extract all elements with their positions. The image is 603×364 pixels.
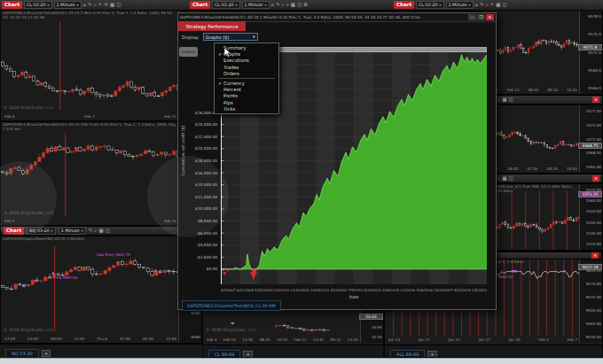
zoom-icon[interactable]: ⌕	[94, 227, 97, 235]
chart-panel-right-2[interactable]: 10:5016:0007:4509:3514:00 3377.003374.00…	[483, 105, 603, 174]
home-icon[interactable]: ⌂	[83, 1, 87, 9]
panel-layout-icon[interactable]: ◫	[297, 1, 302, 9]
grid-layout-icon[interactable]: ▦	[291, 1, 295, 9]
chart-panel-bottom-left[interactable]: GAPSTOREGapColNews(NQ 03-20 1 Minute) Ga…	[0, 236, 202, 344]
menu-item-points[interactable]: Points	[215, 93, 278, 99]
time-axis-label: 08:45	[528, 88, 538, 92]
tab-nq-chart[interactable]: NQ 03-20	[5, 349, 39, 357]
menu-item-percent[interactable]: Percent	[215, 86, 278, 92]
ruler-icon[interactable]: ⌖	[286, 1, 289, 9]
split-layout-icon[interactable]: ⊞	[303, 1, 308, 9]
chart-panel-mid-left[interactable]: GAPSTORE3.0CounterTrendVOL(CL 03-20 750 …	[0, 121, 202, 226]
add-tab-button[interactable]: +	[427, 351, 437, 358]
cursor-icon[interactable]: ↖	[98, 1, 103, 9]
interval-selector[interactable]: 1 Minute▾	[242, 1, 270, 9]
price-axis-label: 1550.00	[586, 209, 601, 213]
price-axis: 3377.003374.003371.003368.003365.00	[579, 105, 602, 173]
panel-layout-icon[interactable]: ◫	[508, 96, 513, 104]
time-axis-label: 14:00	[166, 337, 176, 341]
strategy-performance-window[interactable]: GAPSTORE3.0CounterTrendVOL(CL 03-20 1 Mi…	[177, 12, 497, 310]
chart-window-badge[interactable]: Chart	[190, 1, 210, 9]
strategy-result-tab[interactable]: GAPSTORE3.0CounterTrendVOL CL 99 AM	[182, 300, 281, 311]
panel-layout-icon[interactable]: ◫	[503, 1, 507, 9]
display-selector[interactable]: Graphs ($) ▼	[203, 33, 258, 41]
maximize-button[interactable]: ❐	[477, 14, 485, 20]
y-tick-label: $0.00	[206, 267, 217, 271]
candlestick-chart[interactable]	[1, 246, 180, 331]
time-axis: Jan 14Jan 17Jan 22Jan 27Jan 30Feb 4Feb 7	[388, 337, 577, 342]
chart-panel-top-left[interactable]: GAPSTORE3.0CounterTrendVOL(CL 03-20 1 Mi…	[0, 10, 202, 121]
instrument-selector[interactable]: NQ 03-20▾	[27, 227, 56, 235]
instrument-selector[interactable]: CL 03-20▾	[416, 1, 444, 9]
interval-selector[interactable]: 1 Minute▾	[54, 1, 82, 9]
pencil-icon[interactable]: ✎	[480, 1, 484, 9]
time-axis-label: 03:00	[27, 337, 38, 341]
chart-window-badge[interactable]: Chart	[2, 1, 22, 9]
ninjatrader-workspace: Chart CL 03-20▾ 1 Minute▾ ⌂✎⌕↖⟲▦◫ Chart …	[0, 0, 603, 364]
last-price-box: 50.64	[359, 314, 383, 320]
tab-all-chart[interactable]: ALL 99-99	[390, 350, 425, 358]
y-axis-title: Cumulative net profit ($)	[181, 84, 185, 217]
interval-selector[interactable]: 1 Minute▾	[59, 227, 86, 235]
panel-layout-icon[interactable]: ◫	[508, 174, 513, 182]
zoom-icon[interactable]: ⌕	[497, 96, 500, 104]
minimize-button[interactable]: —	[468, 14, 476, 20]
pencil-icon[interactable]: ✎	[276, 1, 280, 9]
pencil-icon[interactable]: ✎	[89, 227, 93, 235]
y-tick-label: $12,000.00	[195, 195, 217, 199]
menu-item-ticks[interactable]: Ticks	[215, 106, 278, 112]
last-price-box: 1571.25	[578, 191, 602, 197]
menu-item-currency[interactable]: ✓Currency	[215, 80, 278, 86]
zoom-icon[interactable]: ⌕	[282, 1, 285, 9]
chart-panel-right-1[interactable]: 14:05Feb 1108:4509:1510:55 9578.09575.09…	[483, 10, 603, 95]
y-tick-label: $10,000.00	[195, 206, 217, 211]
candlestick-chart[interactable]	[1, 133, 180, 216]
time-axis-label: Jan 14	[388, 337, 400, 342]
instrument-selector[interactable]: CL 03-20▾	[24, 1, 52, 9]
grid-layout-icon[interactable]: ▦	[502, 96, 506, 104]
zoom-icon[interactable]: ⌕	[486, 1, 489, 9]
close-icon[interactable]: ✕	[591, 252, 599, 259]
menu-item-orders[interactable]: Orders	[215, 71, 278, 77]
zoom-icon[interactable]: ⌕	[94, 1, 97, 9]
grid-layout-icon[interactable]: ▦	[99, 227, 104, 235]
pencil-icon[interactable]: ✎	[88, 1, 92, 9]
y-tick-label: $2,000.00	[198, 255, 217, 259]
menu-item-pips[interactable]: Pips	[215, 99, 278, 105]
tab-bar-right: ALL 99-99 +	[385, 345, 602, 358]
candlestick-chart[interactable]	[1, 21, 180, 110]
time-axis-label: Feb 4	[538, 337, 548, 342]
x-tick-label: 6/12/2008	[237, 289, 254, 292]
close-icon[interactable]: ✕	[592, 175, 599, 182]
candlestick-chart[interactable]	[484, 12, 581, 85]
price-axis-label: 9578.0	[588, 14, 601, 19]
price-axis-label: 9560	[191, 335, 200, 339]
add-tab-button[interactable]: +	[243, 351, 253, 358]
menu-item-trades[interactable]: Trades	[215, 64, 278, 70]
chart-window-badge[interactable]: Chart	[394, 1, 414, 9]
y-tick-label: $8,000.00	[198, 219, 217, 223]
zoom-icon[interactable]: ⌕	[497, 174, 500, 182]
panel-layout-icon[interactable]: ◫	[116, 1, 121, 9]
instrument-selector[interactable]: CL 03-20▾	[212, 1, 240, 9]
home-icon[interactable]: ⌂	[475, 1, 479, 9]
refresh-icon[interactable]: ⟲	[104, 1, 108, 9]
close-button[interactable]: ✕	[486, 14, 494, 20]
home-icon[interactable]: ⌂	[271, 1, 275, 9]
candlestick-chart[interactable]	[484, 107, 581, 164]
add-tab-button[interactable]: +	[42, 350, 51, 357]
interval-selector[interactable]: 1 Minute▾	[446, 1, 474, 9]
chart-window-badge[interactable]: Chart	[4, 227, 24, 235]
grid-layout-icon[interactable]: ▦	[110, 1, 114, 9]
close-icon[interactable]: ✕	[592, 97, 599, 103]
menu-item-executions[interactable]: Executions	[215, 58, 278, 64]
cursor-icon[interactable]: ↖	[490, 1, 495, 9]
panel-layout-icon[interactable]: ◫	[106, 227, 110, 235]
tab-cl-chart[interactable]: CL 99-99	[208, 350, 240, 358]
strategy-performance-tab[interactable]: Strategy Performance	[178, 21, 246, 31]
chart-panel-right-3[interactable]: MNQTWOColor_0.5 True 500, 1/1.5 after Ta…	[483, 183, 603, 251]
x-tick-label: 12/30/2010	[291, 289, 309, 292]
grid-layout-icon[interactable]: ▦	[502, 174, 506, 182]
grid-layout-icon[interactable]: ▦	[496, 1, 500, 9]
candlestick-chart[interactable]	[484, 191, 581, 250]
